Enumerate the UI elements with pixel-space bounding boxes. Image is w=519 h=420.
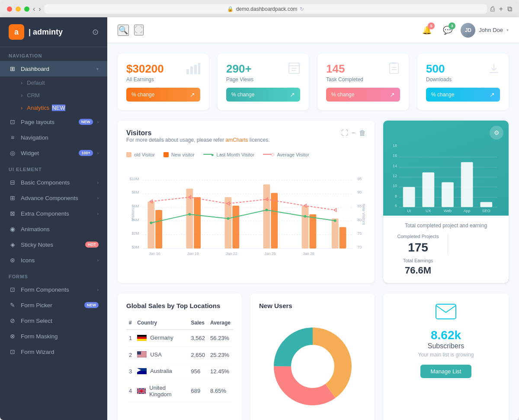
trash-icon[interactable]: 🗑	[359, 129, 366, 137]
lock-icon: 🔒	[227, 6, 234, 12]
sidebar-item-navigation[interactable]: ≡ Navigation	[0, 130, 107, 145]
flag-de	[137, 335, 147, 341]
right-panel-card: ⚙ 6 8 10 12 14 16 18	[383, 121, 509, 283]
svg-text:$10M: $10M	[129, 177, 139, 181]
close-dot[interactable]	[7, 6, 12, 12]
logo-icon: a	[9, 24, 24, 40]
chart-subtitle: For more details about usage, please ref…	[126, 137, 270, 143]
sidebar-item-form-masking[interactable]: ⊗ Form Masking	[0, 328, 107, 344]
chevron-right-icon: ›	[97, 180, 99, 185]
sidebar-item-form-picker[interactable]: ✎ Form Picker NEW	[0, 297, 107, 313]
gear-button[interactable]: ⚙	[490, 126, 503, 140]
table-row: 3	[126, 363, 233, 380]
manage-list-button[interactable]: Manage List	[420, 365, 472, 378]
sidebar-item-label: Dashboard	[21, 66, 92, 72]
svg-rect-116	[436, 304, 456, 319]
sidebar-subitem-crm[interactable]: CRM	[0, 89, 107, 102]
new-users-title: New Users	[259, 302, 366, 309]
tasks-value: 145	[326, 62, 363, 76]
pageviews-label: Page Views	[226, 76, 253, 83]
share-icon[interactable]: ⎙	[490, 5, 495, 13]
tabs-icon[interactable]: ⧉	[507, 5, 512, 13]
svg-rect-88	[137, 339, 147, 341]
downloads-icon	[488, 62, 500, 77]
sidebar-subitem-default[interactable]: Default	[0, 76, 107, 89]
sidebar-item-widget[interactable]: ◎ Widget 100+ ›	[0, 145, 107, 161]
minimize-dot[interactable]	[16, 6, 21, 12]
form-masking-icon: ⊗	[9, 333, 16, 340]
ui-section-title: UI Element	[0, 161, 107, 175]
expand-icon[interactable]: ⛶	[341, 129, 348, 137]
sidebar-subitem-analytics[interactable]: Analytics NEW	[0, 102, 107, 114]
url-text: demo.dashboardpack.com	[236, 6, 297, 12]
user-avatar: JD	[461, 23, 475, 38]
flag-au	[137, 368, 147, 374]
subscribers-sublabel: Your main list is growing	[418, 352, 474, 358]
global-sales-title: Global Sales by Top Locations	[126, 302, 233, 309]
tasks-change[interactable]: % change ↗	[326, 88, 400, 102]
stat-card-earnings: $30200 All Earnings	[118, 54, 209, 110]
widget-icon: ◎	[9, 150, 16, 156]
expand-button[interactable]: ⛶	[134, 25, 144, 35]
svg-text:6: 6	[395, 204, 397, 208]
browser-chrome: ‹ › 🔒 demo.dashboardpack.com ↻ ⎙ + ⧉	[0, 0, 519, 17]
logo-text: | adminty	[29, 28, 63, 37]
chevron-right-icon: ›	[97, 196, 99, 200]
sidebar-item-sticky-notes[interactable]: ◈ Sticky Notes HOT	[0, 237, 107, 252]
new-tab-icon[interactable]: +	[499, 5, 503, 13]
sidebar-item-dashboard[interactable]: ⊞ Dashboard ▾	[0, 61, 107, 76]
sidebar-item-extra-components[interactable]: ⊠ Extra Components ›	[0, 206, 107, 221]
form-components-icon: ⊡	[9, 286, 16, 293]
svg-text:Jan 19: Jan 19	[187, 251, 199, 256]
address-bar[interactable]: 🔒 demo.dashboardpack.com ↻	[45, 4, 487, 14]
user-menu[interactable]: JD John Doe ▾	[461, 23, 509, 38]
downloads-change[interactable]: % change ↗	[426, 88, 500, 102]
sidebar-item-form-select[interactable]: ⊘ Form Select	[0, 313, 107, 328]
col-sales: Sales	[189, 316, 208, 330]
forward-button[interactable]: ›	[38, 5, 41, 13]
reload-icon[interactable]: ↻	[300, 6, 304, 12]
svg-text:70: 70	[357, 245, 362, 249]
svg-point-49	[334, 220, 336, 222]
logo-letter: a	[14, 28, 19, 37]
downloads-value: 500	[426, 62, 452, 76]
svg-rect-38	[263, 185, 270, 248]
svg-point-45	[188, 213, 191, 216]
back-button[interactable]: ‹	[33, 5, 35, 13]
search-button[interactable]: 🔍	[118, 25, 129, 36]
chevron-right-icon: ›	[97, 151, 99, 156]
legend-dot	[126, 152, 131, 157]
up-arrow-icon: ↗	[490, 91, 495, 98]
sidebar-item-label: Sticky Notes	[21, 242, 81, 248]
messages-button[interactable]: 💬 3	[440, 22, 455, 38]
svg-text:$0M: $0M	[131, 245, 139, 249]
sidebar-toggle[interactable]: ⊙	[92, 27, 99, 37]
sidebar-item-basic-components[interactable]: ⊟ Basic Components ›	[0, 175, 107, 190]
svg-rect-96	[137, 351, 141, 355]
maximize-dot[interactable]	[24, 6, 29, 12]
stat-divider	[448, 234, 448, 255]
chart-actions[interactable]: ⛶ − 🗑	[341, 129, 366, 137]
svg-rect-33	[155, 210, 162, 248]
svg-text:Jan 28: Jan 28	[303, 251, 314, 256]
earnings-change[interactable]: % change ↗	[126, 88, 200, 102]
advance-icon: ⊞	[9, 194, 16, 201]
svg-rect-78	[442, 182, 454, 207]
sidebar-item-page-layouts[interactable]: ⊡ Page layouts NEW ›	[0, 114, 107, 130]
svg-rect-86	[137, 335, 147, 337]
sidebar-item-form-components[interactable]: ⊡ Form Components ›	[0, 282, 107, 297]
earnings-label: All Earnings	[126, 76, 164, 83]
notifications-button[interactable]: 🔔 5	[419, 22, 435, 38]
sidebar-item-icons[interactable]: ⊛ Icons ›	[0, 252, 107, 268]
sidebar-item-animations[interactable]: ◉ Animations	[0, 221, 107, 237]
minimize-icon[interactable]: −	[352, 129, 356, 137]
sidebar-item-advance-components[interactable]: ⊞ Advance Components ›	[0, 190, 107, 206]
pageviews-change[interactable]: % change ↗	[226, 88, 300, 102]
svg-text:8: 8	[395, 194, 397, 198]
sidebar-item-form-wizard[interactable]: ⊡ Form Wizard	[0, 344, 107, 360]
tasks-label: Task Completed	[326, 76, 363, 83]
svg-text:App: App	[464, 209, 471, 213]
svg-text:$2M: $2M	[131, 231, 139, 235]
svg-rect-94	[137, 356, 147, 356]
svg-rect-9	[392, 62, 396, 64]
